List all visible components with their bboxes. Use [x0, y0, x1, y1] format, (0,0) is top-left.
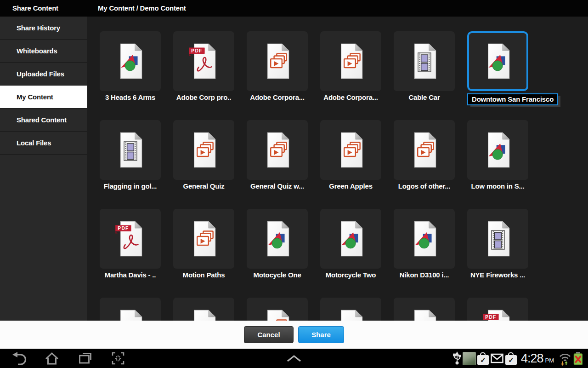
- file-label: Green Apples: [329, 182, 373, 190]
- breadcrumb: My Content / Demo Content: [98, 4, 186, 12]
- screenshot-thumbnail-icon: [463, 352, 476, 365]
- back-icon[interactable]: [10, 351, 27, 366]
- file-cell: Adobe Corpora...: [320, 31, 381, 104]
- clock-time: 4:28: [521, 351, 543, 366]
- image-file-icon: [406, 220, 443, 258]
- sidebar-item-label: Local Files: [17, 139, 51, 147]
- file-label-row: Green Apples: [320, 182, 381, 193]
- file-label-row: Logos of other...: [394, 182, 455, 193]
- file-label-row: Adobe Corpora...: [247, 93, 308, 104]
- file-cell: PDF Martha Davis - ..: [100, 209, 161, 282]
- file-tile[interactable]: [394, 120, 455, 180]
- screen-capture-icon[interactable]: [110, 351, 126, 366]
- file-cell: 3 Heads 6 Arms: [100, 31, 161, 104]
- page-title: Share Content: [12, 4, 58, 12]
- file-tile[interactable]: [320, 120, 381, 180]
- store-update-check-icon: ✓: [505, 355, 517, 365]
- file-cell: Logos of other...: [394, 120, 455, 193]
- clock-meridiem: PM: [545, 357, 554, 364]
- file-label: Flagging in gol...: [104, 182, 157, 190]
- file-tile[interactable]: [320, 31, 381, 91]
- file-tile[interactable]: PDF: [100, 209, 161, 269]
- file-cell: Motion Paths: [173, 209, 234, 282]
- wifi-traffic-icon: [559, 351, 571, 366]
- presentation-file-icon: [259, 42, 296, 80]
- file-cell: PDF Adobe Corp pro..: [173, 31, 234, 104]
- file-tile[interactable]: [394, 31, 455, 91]
- file-label-row: Martha Davis - ..: [100, 271, 161, 282]
- file-label: Low moon in S...: [471, 182, 525, 190]
- file-cell: Motorcycle Two: [320, 209, 381, 282]
- sidebar-item-my-content[interactable]: My Content: [0, 86, 87, 109]
- presentation-file-icon: [332, 42, 370, 80]
- file-label-row: Motorcycle Two: [320, 271, 381, 282]
- sidebar-item-local-files[interactable]: Local Files: [0, 132, 87, 155]
- file-cell: Low moon in S...: [467, 120, 528, 193]
- nav-left-group: [10, 349, 126, 368]
- svg-text:PDF: PDF: [118, 226, 129, 231]
- gmail-icon: [490, 353, 504, 364]
- file-label: 3 Heads 6 Arms: [105, 93, 155, 101]
- presentation-file-icon: [185, 131, 223, 169]
- svg-text:PDF: PDF: [191, 48, 202, 53]
- sidebar-item-shared-content[interactable]: Shared Content: [0, 109, 87, 132]
- image-file-icon: [479, 42, 517, 80]
- file-tile[interactable]: [467, 209, 528, 269]
- presentation-file-icon: [406, 131, 443, 169]
- file-cell: NYE Fireworks ...: [467, 209, 528, 282]
- file-tile[interactable]: [100, 120, 161, 180]
- share-button[interactable]: Share: [298, 326, 344, 343]
- video-file-icon: [112, 131, 149, 169]
- image-file-icon: [259, 220, 296, 258]
- file-label-row: Low moon in S...: [467, 182, 528, 193]
- file-label-row: Cable Car: [394, 93, 455, 104]
- file-label: Cable Car: [408, 93, 440, 101]
- sidebar-item-label: Whiteboards: [17, 47, 57, 55]
- file-label: Downtown San Francisco: [467, 93, 558, 105]
- file-cell: Nikon D3100 i...: [394, 209, 455, 282]
- file-label-row: Adobe Corpora...: [320, 93, 381, 104]
- file-tile[interactable]: [467, 120, 528, 180]
- file-label-row: 3 Heads 6 Arms: [100, 93, 161, 104]
- sidebar-item-label: My Content: [17, 93, 53, 101]
- file-tile[interactable]: [320, 209, 381, 269]
- store-update-check-icon: ✓: [477, 355, 489, 365]
- file-tile[interactable]: [173, 209, 234, 269]
- home-icon[interactable]: [44, 351, 60, 366]
- file-tile[interactable]: [100, 31, 161, 91]
- file-label-row: NYE Fireworks ...: [467, 271, 528, 282]
- file-label: Adobe Corpora...: [323, 93, 378, 101]
- file-tile[interactable]: PDF: [173, 31, 234, 91]
- file-label: Motion Paths: [183, 271, 225, 279]
- recent-apps-icon[interactable]: [77, 351, 93, 366]
- presentation-file-icon: [185, 220, 223, 258]
- file-label: Motorcycle Two: [326, 271, 376, 279]
- file-cell: General Quiz: [173, 120, 234, 193]
- file-tile[interactable]: [467, 31, 528, 91]
- file-cell: Green Apples: [320, 120, 381, 193]
- file-tile[interactable]: [247, 209, 308, 269]
- sidebar-item-whiteboards[interactable]: Whiteboards: [0, 40, 87, 63]
- status-cluster: ✓ ✓ 4:28 PM: [453, 349, 583, 368]
- share-content-screen: Share Content My Content / Demo Content …: [0, 0, 588, 368]
- sidebar-item-label: Share History: [17, 24, 60, 32]
- sidebar-item-share-history[interactable]: Share History: [0, 17, 87, 40]
- file-label-row: Nikon D3100 i...: [394, 271, 455, 282]
- file-label: General Quiz: [183, 182, 224, 190]
- cancel-button[interactable]: Cancel: [244, 326, 294, 343]
- file-tile[interactable]: [173, 120, 234, 180]
- file-grid: 3 Heads 6 Arms PDF Adobe Corp pro.. Adob…: [100, 31, 528, 349]
- sidebar-item-uploaded-files[interactable]: Uploaded Files: [0, 63, 87, 86]
- quick-launch-chevron-icon[interactable]: [285, 354, 303, 362]
- footer-bar: Cancel Share: [0, 321, 588, 349]
- file-tile[interactable]: [394, 209, 455, 269]
- file-cell: Flagging in gol...: [100, 120, 161, 193]
- file-label: Nikon D3100 i...: [400, 271, 449, 279]
- file-label-row: Downtown San Francisco: [467, 93, 528, 104]
- file-tile[interactable]: [247, 31, 308, 91]
- pdf-file-icon: PDF: [185, 42, 223, 80]
- file-label-row: General Quiz w...: [247, 182, 308, 193]
- image-file-icon: [479, 131, 517, 169]
- image-file-icon: [332, 220, 370, 258]
- file-tile[interactable]: [247, 120, 308, 180]
